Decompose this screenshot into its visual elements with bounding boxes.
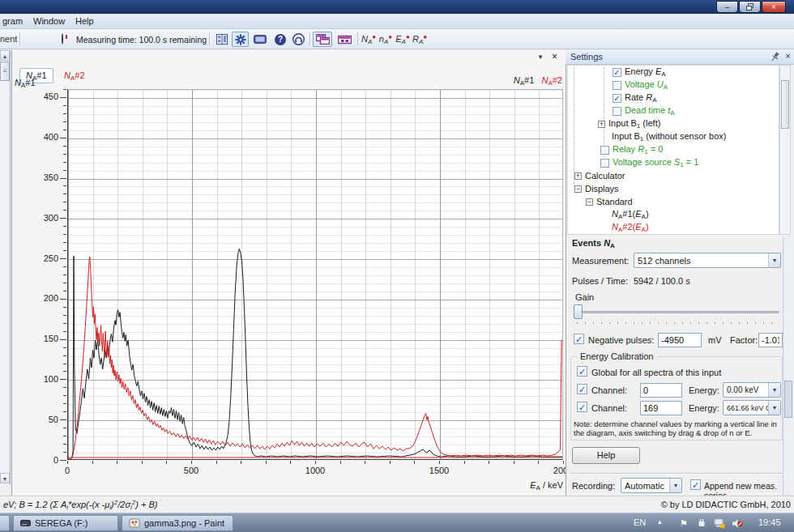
spectrum-plot-area[interactable] — [67, 89, 563, 460]
restore-button[interactable] — [739, 1, 761, 13]
display-button[interactable] — [251, 32, 269, 47]
action-center-flag-icon[interactable]: ⚑ — [677, 517, 690, 530]
tree-item-dead-time[interactable]: Dead time tA — [568, 104, 779, 117]
help-button-toolbar[interactable]: ? — [272, 32, 288, 47]
check-icon: ✓ — [578, 385, 586, 394]
tree-item-energy[interactable]: ✓Energy EA — [568, 66, 779, 79]
title-bar: – × — [0, 0, 794, 14]
panel-scrollbar-thumb[interactable] — [784, 381, 792, 418]
pin-button[interactable] — [771, 52, 782, 62]
language-indicator[interactable]: EN — [634, 517, 646, 527]
tree-item-voltage-source[interactable]: Voltage source S1 = 1 — [568, 156, 779, 169]
tree-item-voltage[interactable]: Voltage UA — [568, 79, 779, 92]
minimize-button[interactable]: – — [716, 1, 738, 13]
dropdown-arrow-icon[interactable]: ▾ — [768, 401, 780, 415]
tree-item-input-b1-left[interactable]: +Input B1 (left) — [568, 117, 779, 130]
dropdown-arrow-icon[interactable]: ▾ — [669, 479, 681, 492]
volume-muted-icon[interactable] — [731, 517, 744, 530]
channel2-checkbox[interactable]: ✓ — [577, 402, 587, 412]
scrollbar-thumb[interactable]: ≡ — [0, 62, 10, 81]
energy2-dropdown[interactable]: 661.66 keV Cs137 ▾ — [723, 400, 781, 415]
cascade-windows-button-2[interactable] — [335, 32, 354, 47]
power-plug-icon[interactable] — [695, 517, 708, 530]
menu-diagram-partial[interactable]: gram — [0, 15, 27, 27]
layout-grid-button[interactable] — [213, 32, 230, 47]
calibration-note: Note: determine channel values by markin… — [574, 419, 779, 437]
cascade-windows-button-1[interactable] — [313, 32, 332, 47]
legend-na1[interactable]: NA#1 — [514, 75, 535, 85]
gain-slider-track[interactable] — [574, 311, 779, 313]
audio-commentary-button[interactable] — [290, 32, 306, 47]
channel1-input[interactable] — [640, 383, 682, 398]
comment-label-partial[interactable]: nent — [0, 34, 17, 44]
y-axis-quantity-label[interactable]: NA#1 — [15, 78, 36, 89]
expand-icon[interactable]: + — [598, 121, 605, 128]
tree-item-standard[interactable]: −Standard — [568, 195, 779, 208]
checkbox-unchecked-icon[interactable] — [600, 159, 609, 168]
menu-window[interactable]: Window — [29, 15, 69, 27]
x-axis-label[interactable]: EA / keV — [486, 480, 563, 492]
pane-close-button[interactable]: × — [549, 51, 561, 63]
scroll-down-button[interactable]: ▼ — [0, 473, 10, 483]
tab-na2[interactable]: NA#2 — [58, 68, 91, 83]
checkbox-unchecked-icon[interactable] — [613, 81, 621, 90]
tree-scrollbar-thumb[interactable] — [781, 80, 789, 129]
settings-close-icon: × — [785, 51, 790, 61]
checkbox-unchecked-icon[interactable] — [613, 107, 621, 116]
global-calibration-checkbox[interactable]: ✓ — [577, 366, 587, 377]
gear-icon — [235, 34, 246, 45]
pane-menu-button[interactable]: ▾ — [535, 53, 546, 63]
negative-pulses-checkbox[interactable]: ✓ — [574, 334, 584, 344]
left-scrollbar[interactable]: ▲ ≡ ▼ — [0, 50, 11, 485]
x-tick-label: 500 — [184, 466, 198, 475]
quantity-button-EA[interactable]: EA● — [395, 32, 411, 47]
legend-na2[interactable]: NA#2 — [541, 75, 562, 85]
settings-close-button[interactable]: × — [783, 51, 793, 62]
tree-scrollbar[interactable] — [779, 65, 791, 235]
channel1-checkbox[interactable]: ✓ — [577, 384, 587, 394]
checkbox-checked-icon[interactable]: ✓ — [613, 68, 621, 77]
clock-time[interactable]: 19:45 — [758, 517, 781, 527]
network-status-icon[interactable] — [713, 517, 726, 530]
energy1-dropdown[interactable]: 0.00 keV ▾ — [723, 382, 781, 398]
measurement-dropdown[interactable]: 512 channels ▾ — [634, 253, 781, 268]
checkbox-checked-icon[interactable]: ✓ — [613, 94, 621, 103]
mv-unit-label: mV — [708, 335, 722, 345]
negative-pulses-input[interactable] — [658, 333, 702, 347]
tree-item-input-b1-nosensor[interactable]: Input B1 (without sensor box) — [568, 130, 779, 143]
append-series-checkbox[interactable]: ✓ — [690, 479, 701, 490]
quantity-button-nA[interactable]: nA● — [378, 32, 394, 47]
dropdown-arrow-icon[interactable]: ▾ — [768, 253, 780, 267]
collapse-icon[interactable]: − — [586, 198, 593, 206]
gain-slider-thumb[interactable] — [574, 304, 583, 319]
close-button[interactable]: × — [762, 1, 786, 13]
expand-icon[interactable]: + — [574, 172, 582, 180]
taskbar-partial-button[interactable] — [0, 515, 10, 531]
dropdown-arrow-icon[interactable]: ▾ — [768, 383, 780, 397]
channel1-label: Channel: — [591, 385, 627, 395]
recording-mode-dropdown[interactable]: Automatic ▾ — [621, 478, 682, 493]
collapse-icon[interactable]: − — [574, 185, 582, 193]
taskbar-item-paint[interactable]: gamma3.png - Paint — [122, 515, 233, 531]
tree-item-na2-display[interactable]: NA#2(EA) — [568, 221, 779, 234]
scroll-up-button[interactable]: ▲ — [0, 50, 10, 61]
toolbar-separator — [309, 32, 310, 46]
factor-input[interactable] — [758, 333, 783, 347]
settings-gear-button[interactable] — [232, 32, 249, 47]
quantity-button-RA[interactable]: RA● — [412, 32, 428, 47]
tree-item-relay[interactable]: Relay R1 = 0 — [568, 143, 779, 156]
tree-item-na1-display[interactable]: NA#1(EA) — [568, 208, 779, 221]
checkbox-unchecked-icon[interactable] — [600, 146, 609, 155]
help-button[interactable]: Help — [572, 447, 640, 464]
pane-close-icon: × — [552, 51, 557, 62]
tray-expand-icon[interactable]: ▴ — [658, 517, 662, 526]
tree-item-rate[interactable]: ✓Rate RA — [568, 92, 779, 104]
tree-item-displays[interactable]: −Displays — [568, 182, 779, 195]
channel2-input[interactable] — [640, 401, 682, 415]
menu-help[interactable]: Help — [71, 15, 98, 27]
y-tick-label: 300 — [32, 213, 58, 223]
quantity-button-NA[interactable]: NA● — [361, 32, 377, 47]
tree-item-calculator[interactable]: +Calculator — [568, 169, 779, 182]
panel-scrollbar[interactable] — [783, 236, 793, 496]
taskbar-item-explorer[interactable]: SEREGA (F:) — [13, 515, 118, 531]
